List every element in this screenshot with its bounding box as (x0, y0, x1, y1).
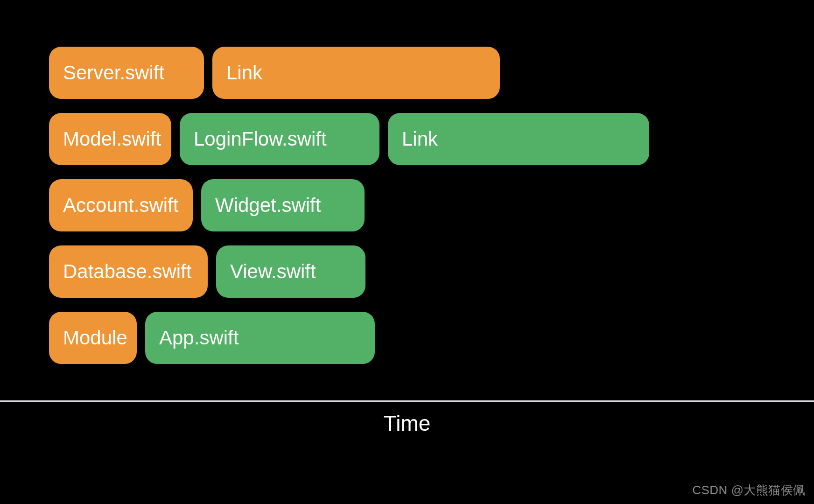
task-label: Widget.swift (215, 194, 321, 217)
task-block: Server.swift (49, 47, 204, 99)
timeline-row: Database.swift View.swift (49, 245, 649, 298)
task-label: Database.swift (63, 260, 191, 283)
task-label: Module (63, 327, 127, 349)
time-axis-line (0, 400, 814, 402)
timeline-row: Account.swift Widget.swift (49, 179, 649, 231)
task-block: Module (49, 312, 137, 364)
task-label: Model.swift (63, 128, 161, 150)
timeline-rows: Server.swift Link Model.swift LoginFlow.… (49, 47, 649, 378)
task-block: App.swift (145, 312, 375, 364)
watermark: CSDN @大熊猫侯佩 (692, 482, 806, 498)
task-block: Account.swift (49, 179, 193, 231)
task-block: Link (212, 47, 500, 99)
task-block: Link (388, 113, 649, 165)
timeline-row: Model.swift LoginFlow.swift Link (49, 113, 649, 165)
task-block: Database.swift (49, 245, 208, 298)
task-block: View.swift (216, 245, 365, 298)
task-label: View.swift (230, 260, 316, 283)
timeline-row: Module App.swift (49, 312, 649, 364)
task-label: LoginFlow.swift (194, 128, 327, 150)
task-label: Link (226, 62, 262, 84)
task-label: Link (402, 128, 438, 150)
task-block: LoginFlow.swift (180, 113, 379, 165)
task-label: App.swift (159, 327, 239, 349)
task-block: Widget.swift (201, 179, 365, 231)
task-label: Account.swift (63, 194, 178, 217)
timeline-row: Server.swift Link (49, 47, 649, 99)
task-block: Model.swift (49, 113, 171, 165)
task-label: Server.swift (63, 62, 164, 84)
time-axis-label: Time (0, 411, 814, 436)
